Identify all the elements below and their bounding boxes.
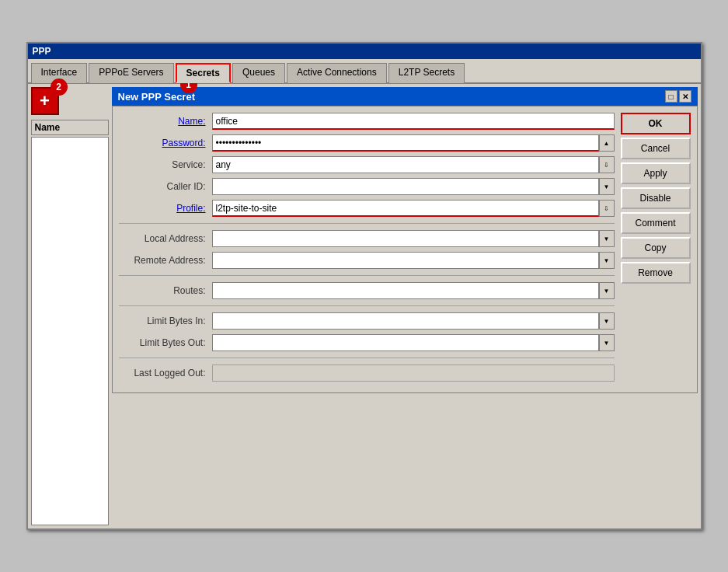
remote-address-row: Remote Address: ▼ bbox=[119, 252, 615, 269]
limit-bytes-in-input-group: ▼ bbox=[212, 312, 615, 330]
form-close-button[interactable]: ✕ bbox=[679, 90, 691, 103]
limit-bytes-in-row: Limit Bytes In: ▼ bbox=[119, 312, 615, 330]
last-logged-out-row: Last Logged Out: bbox=[119, 364, 615, 382]
caller-id-input[interactable] bbox=[212, 178, 599, 195]
password-row: Password: ▲ bbox=[119, 134, 615, 152]
remote-address-dropdown-btn[interactable]: ▼ bbox=[599, 252, 615, 269]
limit-bytes-out-input-group: ▼ bbox=[212, 334, 615, 351]
separator-4 bbox=[119, 358, 615, 358]
profile-dropdown-btn[interactable]: ⇩ bbox=[599, 200, 615, 217]
form-panel: New PPP Secret □ ✕ Name: bbox=[112, 87, 698, 525]
title-bar: PPP bbox=[28, 44, 701, 59]
window-title: PPP bbox=[33, 46, 51, 57]
plus-icon: + bbox=[40, 92, 50, 110]
cancel-button[interactable]: Cancel bbox=[621, 138, 691, 159]
limit-bytes-in-label: Limit Bytes In: bbox=[119, 316, 212, 326]
ok-button[interactable]: OK bbox=[621, 113, 691, 134]
limit-bytes-in-dropdown-btn[interactable]: ▼ bbox=[599, 312, 615, 330]
minimize-icon: □ bbox=[668, 92, 673, 101]
local-address-input-group: ▼ bbox=[212, 230, 615, 247]
routes-row: Routes: ▼ bbox=[119, 282, 615, 299]
local-address-input[interactable] bbox=[212, 230, 599, 247]
remote-address-input-group: ▼ bbox=[212, 252, 615, 269]
tab-secrets[interactable]: Secrets bbox=[176, 63, 231, 83]
limit-bytes-in-input[interactable] bbox=[212, 312, 599, 330]
service-row: Service: ⇩ bbox=[119, 156, 615, 173]
action-buttons: OK Cancel Apply Disable Comment Copy Rem… bbox=[621, 113, 691, 386]
apply-button[interactable]: Apply bbox=[621, 162, 691, 184]
tab-pppoe-servers[interactable]: PPPoE Servers bbox=[89, 63, 173, 83]
tab-active-connections[interactable]: Active Connections bbox=[287, 63, 387, 83]
local-address-dropdown-btn[interactable]: ▼ bbox=[599, 230, 615, 247]
form-title-bar: New PPP Secret □ ✕ bbox=[112, 87, 698, 106]
copy-button[interactable]: Copy bbox=[621, 237, 691, 259]
routes-input-group: ▼ bbox=[212, 282, 615, 299]
close-icon: ✕ bbox=[682, 92, 688, 101]
last-logged-out-label: Last Logged Out: bbox=[119, 368, 212, 378]
caller-id-row: Caller ID: ▼ bbox=[119, 178, 615, 195]
list-area bbox=[31, 137, 109, 525]
local-address-label: Local Address: bbox=[119, 233, 212, 244]
password-input-group: ▲ bbox=[212, 134, 615, 152]
tab-queues[interactable]: Queues bbox=[232, 63, 285, 83]
add-button-badge: 2 bbox=[51, 78, 68, 96]
routes-dropdown-btn[interactable]: ▼ bbox=[599, 282, 615, 299]
caller-id-dropdown-btn[interactable]: ▼ bbox=[599, 178, 615, 195]
profile-input[interactable] bbox=[212, 200, 599, 217]
remote-address-input[interactable] bbox=[212, 252, 599, 269]
service-label: Service: bbox=[119, 159, 212, 170]
ppp-window: PPP Interface PPPoE Servers Secrets 1 Qu… bbox=[26, 42, 702, 530]
service-dropdown-btn[interactable]: ⇩ bbox=[599, 156, 615, 173]
caller-id-label: Caller ID: bbox=[119, 181, 212, 192]
form-minimize-button[interactable]: □ bbox=[665, 90, 677, 103]
disable-button[interactable]: Disable bbox=[621, 187, 691, 209]
tab-l2tp-secrets[interactable]: L2TP Secrets bbox=[388, 63, 465, 83]
left-panel: + 2 Name bbox=[31, 87, 109, 525]
separator-3 bbox=[119, 305, 615, 306]
routes-label: Routes: bbox=[119, 285, 212, 296]
password-dropdown-btn[interactable]: ▲ bbox=[599, 134, 615, 152]
profile-label: Profile: bbox=[119, 203, 212, 214]
name-label: Name: bbox=[119, 116, 212, 127]
add-row: + 2 bbox=[31, 87, 109, 115]
service-input[interactable] bbox=[212, 156, 599, 173]
limit-bytes-out-row: Limit Bytes Out: ▼ bbox=[119, 334, 615, 351]
form-body: Name: Password: ▲ Service: bbox=[112, 106, 698, 393]
password-label: Password: bbox=[119, 138, 212, 148]
name-row: Name: bbox=[119, 113, 615, 130]
name-input[interactable] bbox=[212, 113, 615, 130]
limit-bytes-out-input[interactable] bbox=[212, 334, 599, 351]
remote-address-label: Remote Address: bbox=[119, 255, 212, 266]
service-input-group: ⇩ bbox=[212, 156, 615, 173]
last-logged-out-input bbox=[212, 364, 615, 382]
routes-input[interactable] bbox=[212, 282, 599, 299]
form-title: New PPP Secret bbox=[118, 91, 195, 103]
separator-1 bbox=[119, 223, 615, 224]
main-content: + 2 Name New PPP Secret □ ✕ bbox=[28, 84, 701, 528]
tab-bar: Interface PPPoE Servers Secrets 1 Queues… bbox=[28, 59, 701, 84]
tab-secrets-wrapper: Secrets 1 bbox=[176, 62, 231, 82]
form-fields: Name: Password: ▲ Service: bbox=[119, 113, 615, 386]
profile-input-group: ⇩ bbox=[212, 200, 615, 217]
remove-button[interactable]: Remove bbox=[621, 262, 691, 284]
caller-id-input-group: ▼ bbox=[212, 178, 615, 195]
local-address-row: Local Address: ▼ bbox=[119, 230, 615, 247]
limit-bytes-out-label: Limit Bytes Out: bbox=[119, 337, 212, 348]
profile-row: Profile: ⇩ bbox=[119, 200, 615, 217]
separator-2 bbox=[119, 275, 615, 276]
list-column-header: Name bbox=[31, 120, 109, 135]
password-input[interactable] bbox=[212, 134, 599, 152]
limit-bytes-out-dropdown-btn[interactable]: ▼ bbox=[599, 334, 615, 351]
form-title-controls: □ ✕ bbox=[665, 90, 691, 103]
comment-button[interactable]: Comment bbox=[621, 212, 691, 234]
